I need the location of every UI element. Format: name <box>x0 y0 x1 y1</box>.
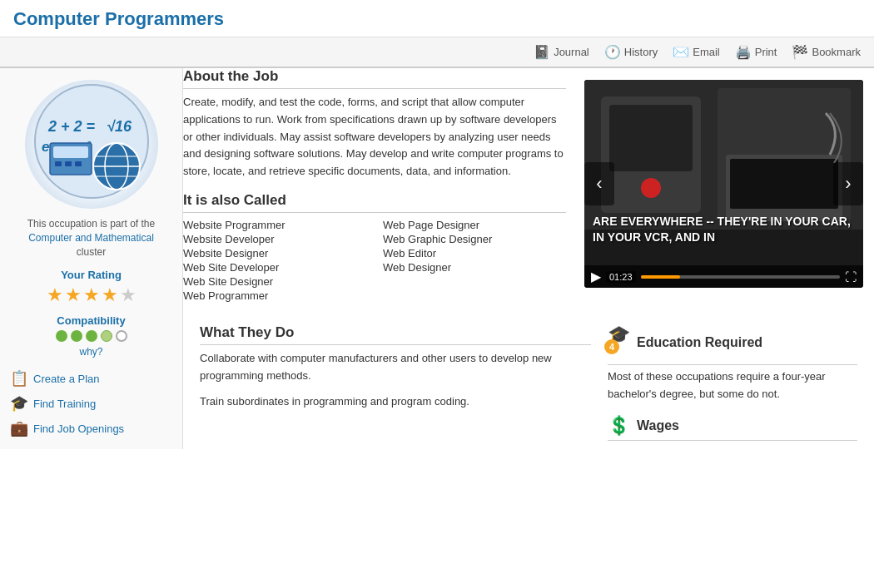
what-they-do-body: Collaborate with computer manufacturers … <box>200 350 591 410</box>
progress-bar[interactable] <box>641 275 840 279</box>
history-button[interactable]: 🕐 History <box>604 44 658 60</box>
video-panel: ARE EVERYWHERE -- THEY'RE IN YOUR CAR, I… <box>574 68 874 316</box>
what-they-do-section: What They Do Collaborate with computer m… <box>200 324 591 444</box>
cluster-link[interactable]: Computer and Mathematical <box>28 232 154 244</box>
alias-item: Web Site Developer <box>183 260 366 274</box>
education-wages-panel: 🎓 4 Education Required Most of these occ… <box>608 324 857 444</box>
alias-item: Web Graphic Designer <box>383 232 566 246</box>
education-icon-wrapper: 🎓 4 <box>608 324 630 361</box>
what-they-do-title: What They Do <box>200 324 591 345</box>
why-link[interactable]: why? <box>79 346 102 358</box>
svg-rect-21 <box>730 159 838 209</box>
dot-5 <box>116 330 127 342</box>
occupation-illustration: 2 + 2 = √16 e = mc² <box>25 80 158 209</box>
find-training-icon: 🎓 <box>10 394 28 413</box>
also-called-section: It is also Called Website Programmer Web… <box>183 192 566 303</box>
find-jobs-link[interactable]: 💼 Find Job Openings <box>10 419 172 437</box>
video-player[interactable]: ARE EVERYWHERE -- THEY'RE IN YOUR CAR, I… <box>584 80 863 288</box>
svg-rect-11 <box>55 161 62 166</box>
svg-rect-10 <box>53 146 88 158</box>
education-badge: 4 <box>604 339 619 354</box>
svg-point-18 <box>641 178 661 198</box>
find-jobs-icon: 💼 <box>10 419 28 437</box>
star-3[interactable]: ★ <box>83 284 100 306</box>
svg-text:2 + 2 =: 2 + 2 = <box>47 118 96 135</box>
journal-icon: 📓 <box>534 44 550 60</box>
star-5[interactable]: ★ <box>120 284 137 306</box>
video-next-button[interactable]: › <box>833 162 863 205</box>
top-content: About the Job Create, modify, and test t… <box>183 68 874 316</box>
alias-item: Web Site Designer <box>183 274 366 289</box>
sidebar-links: 📋 Create a Plan 🎓 Find Training 💼 Find J… <box>10 369 172 437</box>
stars-rating[interactable]: ★ ★ ★ ★ ★ <box>10 284 172 306</box>
alias-item: Web Designer <box>383 260 566 274</box>
main-layout: 2 + 2 = √16 e = mc² <box>0 68 874 449</box>
left-content: About the Job Create, modify, and test t… <box>183 68 574 316</box>
find-jobs-label: Find Job Openings <box>33 422 124 435</box>
dollar-icon: 💲 <box>608 415 630 437</box>
email-icon: ✉️ <box>673 44 689 60</box>
create-plan-label: Create a Plan <box>33 373 100 385</box>
also-called-grid: Website Programmer Website Developer Web… <box>183 218 566 303</box>
aliases-col1: Website Programmer Website Developer Web… <box>183 218 366 303</box>
education-header: 🎓 4 Education Required <box>608 324 857 365</box>
dot-3 <box>86 330 97 342</box>
video-time: 01:23 <box>606 271 636 283</box>
education-body: Most of these occupations require a four… <box>608 368 857 403</box>
wages-title: Wages <box>637 418 679 433</box>
dot-1 <box>56 330 67 342</box>
about-job-title: About the Job <box>183 68 566 89</box>
print-label: Print <box>755 46 777 58</box>
alias-item: Website Developer <box>183 232 366 246</box>
star-2[interactable]: ★ <box>65 284 82 306</box>
video-overlay-text: ARE EVERYWHERE -- THEY'RE IN YOUR CAR, I… <box>593 214 855 246</box>
alias-item: Web Editor <box>383 246 566 260</box>
alias-item: Website Programmer <box>183 218 366 232</box>
play-button[interactable]: ▶ <box>591 269 601 284</box>
dot-2 <box>71 330 82 342</box>
education-section: 🎓 4 Education Required Most of these occ… <box>608 324 857 403</box>
print-button[interactable]: 🖨️ Print <box>735 44 777 60</box>
task-2: Train subordinates in programming and pr… <box>200 393 591 411</box>
email-button[interactable]: ✉️ Email <box>673 44 720 60</box>
video-prev-button[interactable]: ‹ <box>584 162 614 205</box>
task-1: Collaborate with computer manufacturers … <box>200 350 591 385</box>
journal-button[interactable]: 📓 Journal <box>534 44 589 60</box>
star-4[interactable]: ★ <box>102 284 118 306</box>
compatibility-section: Compatibility why? <box>10 314 172 358</box>
svg-rect-12 <box>65 161 72 166</box>
bookmark-icon: 🏁 <box>792 44 808 60</box>
history-label: History <box>624 46 658 58</box>
create-plan-icon: 📋 <box>10 369 28 388</box>
about-job-body: Create, modify, and test the code, forms… <box>183 94 566 180</box>
create-plan-link[interactable]: 📋 Create a Plan <box>10 369 172 388</box>
page-title: Computer Programmers <box>13 8 224 29</box>
compatibility-label: Compatibility <box>10 314 172 327</box>
progress-fill <box>641 275 681 279</box>
toolbar: 📓 Journal 🕐 History ✉️ Email 🖨️ Print 🏁 … <box>0 37 874 68</box>
video-thumbnail: ARE EVERYWHERE -- THEY'RE IN YOUR CAR, I… <box>584 80 863 288</box>
wages-header: 💲 Wages <box>608 415 857 441</box>
sidebar: 2 + 2 = √16 e = mc² <box>0 68 183 449</box>
alias-item: Web Programmer <box>183 289 366 303</box>
cluster-description: This occupation is part of the Computer … <box>10 217 172 259</box>
find-training-label: Find Training <box>33 398 96 410</box>
aliases-col2: Web Page Designer Web Graphic Designer W… <box>383 218 566 303</box>
compatibility-dots <box>10 330 172 342</box>
fullscreen-button[interactable]: ⛶ <box>845 270 857 284</box>
email-label: Email <box>693 46 720 58</box>
journal-label: Journal <box>554 46 589 58</box>
star-1[interactable]: ★ <box>47 284 63 306</box>
bookmark-button[interactable]: 🏁 Bookmark <box>792 44 861 60</box>
history-icon: 🕐 <box>604 44 621 60</box>
video-controls: ▶ 01:23 ⛶ <box>584 265 863 288</box>
about-job-section: About the Job Create, modify, and test t… <box>183 68 566 180</box>
also-called-title: It is also Called <box>183 192 566 213</box>
rating-section: Your Rating ★ ★ ★ ★ ★ <box>10 269 172 306</box>
svg-rect-13 <box>75 161 82 166</box>
wages-section: 💲 Wages <box>608 415 857 441</box>
svg-rect-17 <box>609 105 693 171</box>
find-training-link[interactable]: 🎓 Find Training <box>10 394 172 413</box>
alias-item: Website Designer <box>183 246 366 260</box>
svg-text:√16: √16 <box>107 118 132 135</box>
